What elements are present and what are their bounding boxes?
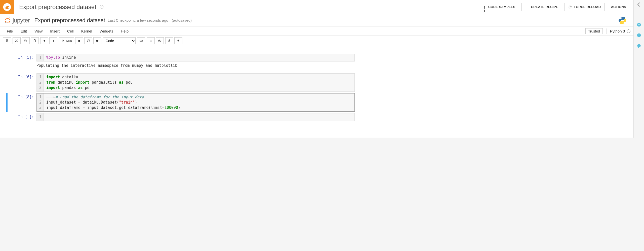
cell-prompt: In [6]: [8, 73, 36, 92]
code-cell[interactable]: In [6]:123import dataiku from dataiku im… [8, 73, 355, 92]
info-circle-icon[interactable] [636, 32, 642, 38]
run-button[interactable]: Run [59, 37, 74, 44]
restart-button[interactable] [84, 37, 92, 44]
copy-button[interactable] [22, 37, 30, 44]
celltype-select[interactable]: Code [103, 37, 136, 44]
svg-point-21 [178, 40, 179, 41]
paste-icon [33, 39, 36, 43]
code-cell[interactable]: In [5]:1%pylab inlinePopulating the inte… [8, 54, 355, 72]
plus-icon [525, 5, 529, 9]
cell-toolbar-button[interactable] [147, 37, 155, 44]
code-cell[interactable]: In [ ]:1 [8, 113, 355, 121]
back-arrow-icon[interactable] [636, 2, 642, 8]
svg-rect-16 [140, 40, 143, 42]
menu-widgets[interactable]: Widgets [96, 29, 117, 33]
kernel-indicator[interactable]: Python 3 [606, 28, 630, 34]
move-up-button[interactable] [40, 37, 48, 44]
save-button[interactable] [3, 37, 11, 44]
chat-circle-icon[interactable] [636, 43, 642, 49]
bird-icon [3, 3, 11, 11]
force-reload-button[interactable]: FORCE RELOAD [565, 3, 605, 11]
create-recipe-button[interactable]: CREATE RECIPE [521, 3, 562, 11]
variable-inspector-button[interactable] [156, 37, 164, 44]
eye-icon [158, 39, 162, 43]
actions-button[interactable]: ACTIONS [607, 3, 630, 11]
trusted-indicator[interactable]: Trusted [585, 28, 603, 34]
svg-point-17 [159, 40, 160, 41]
menu-kernel[interactable]: Kernel [77, 29, 96, 33]
restart-icon [87, 39, 90, 43]
line-gutter: 1 [37, 54, 44, 61]
paste-button[interactable] [31, 37, 39, 44]
code-content[interactable]: %pylab inline [44, 54, 354, 61]
menu-help[interactable]: Help [117, 29, 132, 33]
cell-input[interactable]: 1 [36, 113, 355, 121]
menu-insert[interactable]: Insert [46, 29, 63, 33]
toolbar: Run Code [0, 36, 633, 46]
line-gutter: 123 [37, 74, 44, 91]
menu-cell[interactable]: Cell [63, 29, 77, 33]
cell-prompt: In [5]: [8, 54, 36, 72]
cell-input[interactable]: 1%pylab inline [36, 54, 355, 61]
braces-icon: { } [483, 5, 486, 9]
arrow-up-icon [43, 39, 46, 43]
cell-input[interactable]: 123import dataiku from dataiku import pa… [36, 73, 355, 92]
app-header: Export preprocessed dataset { } CODE SAM… [0, 0, 633, 14]
insert-above-button[interactable] [165, 37, 173, 44]
jupyter-logo[interactable]: jupyter [4, 17, 30, 24]
fast-forward-icon [96, 39, 99, 43]
line-gutter: 123 [37, 93, 44, 111]
code-content[interactable]: import dataiku from dataiku import panda… [44, 74, 354, 91]
menu-view[interactable]: View [31, 29, 46, 33]
kernel-status-icon [627, 29, 630, 33]
move-down-button[interactable] [49, 37, 57, 44]
reload-icon [568, 5, 572, 9]
svg-point-4 [5, 22, 6, 23]
cell-output: Populating the interactive namespace fro… [36, 61, 355, 72]
code-samples-button[interactable]: { } CODE SAMPLES [479, 3, 519, 11]
svg-rect-12 [25, 40, 27, 42]
restart-run-button[interactable] [93, 37, 101, 44]
notebook-area: In [5]:1%pylab inlinePopulating the inte… [0, 46, 633, 138]
code-content[interactable]: ———▸# Load the dataframe for the input d… [44, 93, 354, 111]
menu-edit[interactable]: Edit [17, 29, 31, 33]
code-content[interactable] [44, 113, 354, 121]
checkpoint-text: Last Checkpoint: a few seconds ago [108, 18, 168, 22]
notebook-title[interactable]: Export preprocessed dataset [34, 17, 105, 24]
list-icon [149, 39, 152, 43]
app-logo[interactable] [0, 0, 14, 14]
svg-point-3 [9, 17, 10, 18]
svg-line-2 [100, 6, 103, 8]
code-cell[interactable]: In [8]:123———▸# Load the dataframe for t… [8, 93, 355, 112]
jupyter-header: jupyter Export preprocessed dataset Last… [0, 14, 633, 27]
interrupt-button[interactable] [75, 37, 83, 44]
python-icon [618, 16, 627, 25]
svg-point-24 [638, 34, 639, 35]
keyboard-icon [139, 39, 143, 43]
line-gutter: 1 [37, 113, 44, 121]
svg-rect-15 [78, 40, 80, 42]
cut-icon [15, 39, 18, 43]
autosaved-text: (autosaved) [172, 18, 192, 22]
page-title: Export preprocessed dataset [14, 4, 104, 11]
save-icon [5, 39, 9, 43]
svg-point-26 [637, 44, 640, 47]
kernel-name: Python 3 [610, 29, 625, 33]
svg-rect-25 [639, 35, 639, 36]
insert-below-button[interactable] [174, 37, 182, 44]
target-down-icon [177, 39, 180, 43]
add-circle-icon[interactable] [636, 22, 642, 28]
header-actions: { } CODE SAMPLES CREATE RECIPE FORCE REL… [479, 3, 633, 11]
command-palette-button[interactable] [137, 37, 145, 44]
cell-prompt: In [ ]: [8, 113, 36, 121]
svg-rect-9 [7, 41, 8, 42]
cut-button[interactable] [13, 37, 21, 44]
menu-bar: File Edit View Insert Cell Kernel Widget… [0, 27, 633, 36]
menu-file[interactable]: File [3, 29, 17, 33]
cell-input[interactable]: 123———▸# Load the dataframe for the inpu… [36, 93, 355, 112]
copy-icon [24, 39, 27, 43]
svg-point-5 [10, 22, 10, 23]
stop-icon [77, 39, 81, 43]
svg-point-6 [621, 17, 622, 18]
cell-prompt: In [8]: [8, 93, 36, 112]
